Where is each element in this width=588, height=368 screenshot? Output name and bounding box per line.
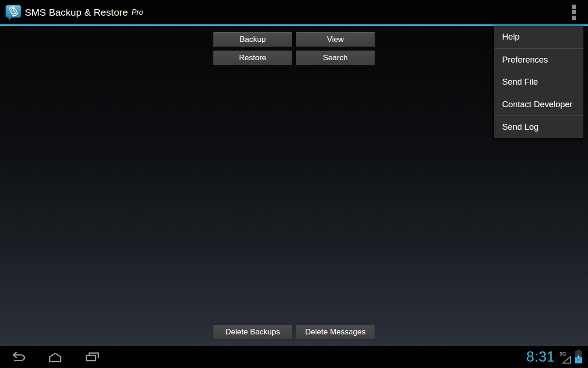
menu-item-send-file[interactable]: Send File (494, 71, 583, 93)
restore-button[interactable]: Restore (213, 51, 292, 65)
clock: 8:31 (526, 349, 555, 365)
main-button-grid: Backup View Restore Search (213, 32, 375, 65)
menu-item-contact-developer[interactable]: Contact Developer (494, 93, 583, 115)
app-title-pro-badge: Pro (132, 8, 143, 17)
screen: SMS Backup & Restore Pro Backup View Res… (0, 0, 588, 368)
recent-apps-icon (84, 351, 101, 362)
battery-charging-icon (574, 350, 582, 364)
overflow-menu: Help Preferences Send File Contact Devel… (494, 26, 583, 138)
delete-messages-button[interactable]: Delete Messages (296, 325, 375, 339)
back-button[interactable] (7, 346, 29, 368)
home-icon (47, 351, 63, 362)
status-cluster: 8:31 3G (526, 346, 582, 368)
search-button[interactable]: Search (296, 51, 375, 65)
action-bar: SMS Backup & Restore Pro (0, 0, 588, 24)
backup-button[interactable]: Backup (213, 32, 292, 47)
page-title: SMS Backup & Restore Pro (25, 0, 143, 24)
app-title-text: SMS Backup & Restore (25, 7, 128, 18)
signal-indicator: 3G (560, 349, 571, 365)
menu-item-preferences[interactable]: Preferences (494, 48, 583, 71)
back-icon (10, 351, 27, 362)
overflow-menu-button[interactable] (560, 0, 588, 24)
home-button[interactable] (44, 346, 66, 368)
menu-item-help[interactable]: Help (494, 26, 583, 48)
recent-apps-button[interactable] (81, 346, 103, 368)
delete-button-grid: Delete Backups Delete Messages (213, 325, 375, 339)
menu-item-send-log[interactable]: Send Log (494, 115, 583, 138)
app-icon (5, 4, 22, 22)
view-button[interactable]: View (296, 32, 375, 47)
delete-backups-button[interactable]: Delete Backups (213, 325, 292, 339)
signal-triangle-icon (562, 356, 571, 364)
system-nav-bar: 8:31 3G (0, 346, 588, 368)
overflow-menu-icon (572, 5, 576, 9)
